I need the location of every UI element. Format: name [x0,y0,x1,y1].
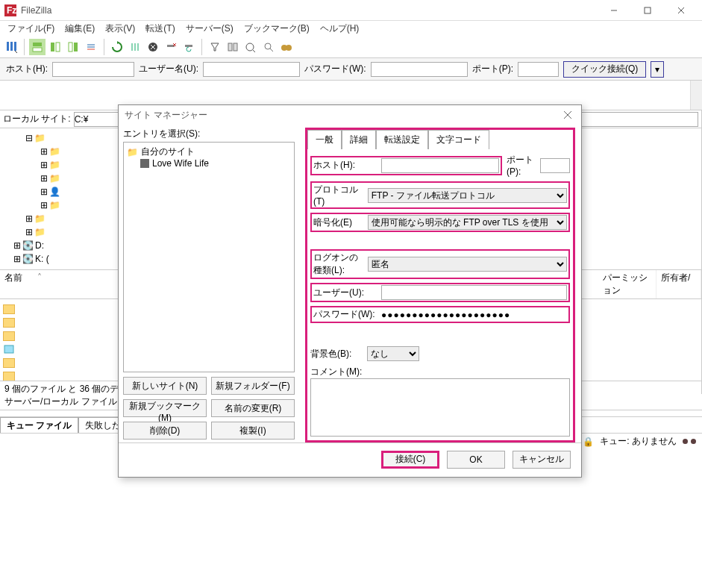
quick-connect-button[interactable]: クイック接続(Q) [563,61,646,78]
svg-line-33 [253,50,255,52]
protocol-select[interactable]: FTP - ファイル転送プロトコル [368,188,567,203]
tab-general[interactable]: 一般 [307,130,342,149]
menubar: ファイル(F) 編集(E) 表示(V) 転送(T) サーバー(S) ブックマーク… [0,21,702,36]
ok-button[interactable]: OK [447,451,505,469]
drive-k[interactable]: K: ( [35,254,49,264]
binoculars-icon[interactable] [278,39,295,55]
host-label: ホスト(H): [313,159,377,172]
encryption-label: 暗号化(E) [313,216,363,229]
site-root[interactable]: 自分のサイト [141,146,195,158]
new-site-button[interactable]: 新しいサイト(N) [123,377,207,395]
cancel-icon[interactable] [145,39,161,55]
tab-queue[interactable]: キュー ファイル [0,417,78,433]
tab-transfer[interactable]: 転送設定 [376,130,428,149]
toggle-local-tree-icon[interactable] [47,39,63,55]
svg-rect-6 [7,42,9,51]
svg-text:Fz: Fz [7,5,16,16]
svg-point-34 [265,43,271,49]
bgcolor-select[interactable]: なし [367,346,419,361]
col-permission: パーミッション [598,270,656,298]
qc-pass-label: パスワード(W): [304,63,366,75]
local-site-label: ローカル サイト: [0,113,74,125]
new-folder-button[interactable]: 新規フォルダー(F) [211,377,295,395]
svg-marker-29 [211,43,219,51]
toolbar [0,36,702,58]
site-tree[interactable]: 📁自分のサイト Love Wife Life [123,142,295,372]
compare-icon[interactable] [225,39,241,55]
menu-view[interactable]: 表示(V) [101,21,140,37]
delete-button[interactable]: 削除(D) [123,422,207,440]
close-button[interactable] [664,0,698,21]
menu-help[interactable]: ヘルプ(H) [316,21,364,37]
comment-label: コメント(M): [310,366,362,377]
qc-host-input[interactable] [52,62,134,77]
comment-textarea[interactable] [310,378,570,437]
menu-transfer[interactable]: 転送(T) [141,21,179,37]
new-bookmark-button[interactable]: 新規ブックマーク(M) [123,399,207,417]
svg-rect-14 [74,43,78,51]
port-input[interactable] [540,158,570,173]
drive-d[interactable]: D: [35,240,44,251]
refresh-icon[interactable] [109,39,125,55]
protocol-label: プロトコル(T) [313,184,363,207]
svg-line-35 [270,49,273,51]
window-title: FileZilla [21,5,597,16]
tab-advanced[interactable]: 詳細 [342,130,376,149]
menu-bookmark[interactable]: ブックマーク(B) [239,21,314,37]
user-label: ユーザー(U): [313,287,377,299]
toggle-queue-icon[interactable] [83,39,99,55]
sort-asc-icon: ˄ [37,272,42,283]
col-name: 名前 [4,272,22,283]
user-input[interactable] [381,285,567,300]
lock-icon: 🔒 [583,437,594,447]
app-icon: Fz [4,4,16,16]
rename-button[interactable]: 名前の変更(R) [211,399,295,417]
qc-pass-input[interactable] [371,62,468,77]
maximize-button[interactable] [630,0,664,21]
menu-edit[interactable]: 編集(E) [60,21,99,37]
logon-type-select[interactable]: 匿名 [368,257,567,272]
entries-label: エントリを選択(S): [123,128,295,140]
logon-type-label: ログオンの種類(L): [313,251,363,277]
encryption-select[interactable]: 使用可能なら明示的な FTP over TLS を使用 [368,215,567,230]
col-owner: 所有者/ [656,270,701,298]
minimize-button[interactable] [597,0,630,21]
dialog-title: サイト マネージャー [125,109,560,122]
bgcolor-label: 背景色(B): [310,348,363,360]
site-manager-dialog: サイト マネージャー エントリを選択(S): 📁自分のサイト Love Wife… [118,104,582,478]
process-queue-icon[interactable] [127,39,143,55]
svg-rect-12 [56,43,60,51]
connect-button[interactable]: 接続(C) [381,451,439,469]
dialog-close-button[interactable] [560,107,575,122]
settings-tabs: 一般 詳細 転送設定 文字コード [307,130,573,149]
tab-charset[interactable]: 文字コード [428,130,489,149]
cancel-button[interactable]: キャンセル [513,451,571,469]
toggle-remote-tree-icon[interactable] [65,39,81,55]
qc-user-label: ユーザー名(U): [139,63,198,75]
svg-rect-10 [33,48,42,51]
password-masked: ●●●●●●●●●●●●●●●●●●●●● [381,310,567,320]
svg-point-32 [246,43,254,51]
quick-connect-dropdown[interactable]: ▾ [651,61,664,78]
disconnect-icon[interactable] [163,39,179,55]
menu-file[interactable]: ファイル(F) [3,21,59,37]
svg-rect-38 [4,345,13,353]
svg-rect-3 [645,7,651,13]
search-icon[interactable] [260,39,277,55]
toggle-log-icon[interactable] [29,39,46,55]
svg-rect-13 [69,43,72,51]
site-entry-0[interactable]: Love Wife Life [152,158,209,169]
qc-user-input[interactable] [203,62,300,77]
qc-port-label: ポート(P): [472,63,513,75]
duplicate-button[interactable]: 複製(I) [211,422,295,440]
titlebar: Fz FileZilla [0,0,702,21]
filter-icon[interactable] [207,39,223,55]
svg-rect-9 [33,43,42,46]
sync-browse-icon[interactable] [242,39,259,55]
svg-rect-11 [51,43,54,51]
qc-port-input[interactable] [518,62,559,77]
menu-server[interactable]: サーバー(S) [181,21,238,37]
host-input[interactable] [381,158,499,173]
site-manager-icon[interactable] [3,39,19,55]
reconnect-icon[interactable] [181,39,197,55]
